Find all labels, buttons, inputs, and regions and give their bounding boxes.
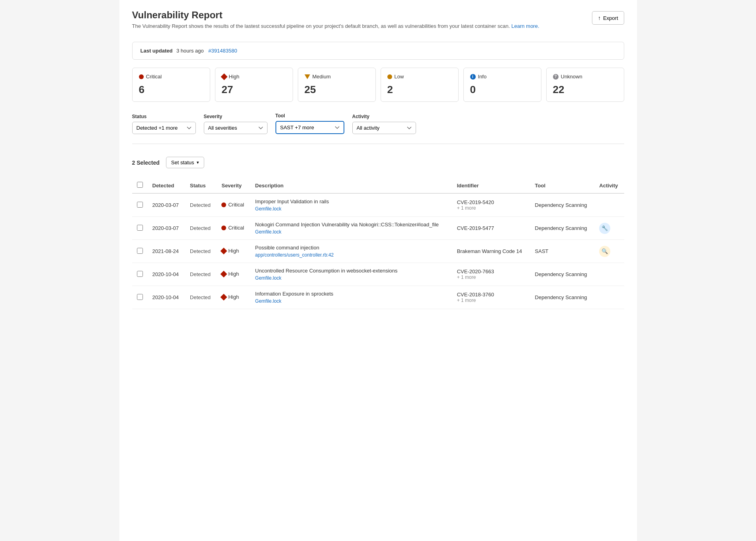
table-row: 2020-10-04DetectedHigh Information Expos…: [132, 286, 624, 309]
last-updated-time: 3 hours ago: [176, 48, 204, 54]
severity-card-count: 2: [387, 84, 452, 96]
cell-description: Information Exposure in sprockets Gemfil…: [250, 286, 452, 309]
cell-detected: 2020-10-04: [148, 286, 186, 309]
chevron-down-icon: ▾: [197, 160, 199, 165]
filter-tool-select[interactable]: All toolsSASTDASTDependency ScanningCont…: [275, 121, 344, 134]
cell-status: Detected: [185, 263, 217, 286]
filter-severity-label: Severity: [204, 114, 268, 119]
filter-severity: Severity All severitiesCriticalHighMediu…: [204, 114, 268, 134]
select-all-checkbox[interactable]: [137, 182, 143, 188]
page-title: Vulnerability Report: [132, 10, 539, 21]
severity-card-label: High: [229, 74, 240, 80]
cell-tool: Dependency Scanning: [530, 263, 595, 286]
row-checkbox-0[interactable]: [137, 202, 143, 208]
severity-icon: [221, 202, 226, 207]
severity-card-high[interactable]: High 27: [215, 68, 293, 102]
severity-icon: [221, 226, 226, 230]
row-checkbox-2[interactable]: [137, 248, 143, 254]
severity-card-low[interactable]: Low 2: [381, 68, 459, 102]
cell-status: Detected: [185, 217, 217, 240]
severity-icon: [221, 294, 227, 300]
severity-card-label: Unknown: [561, 74, 582, 80]
export-icon: ↑: [598, 15, 601, 21]
filters-section: Status All statusesDetectedDetected +1 m…: [132, 113, 624, 134]
cell-severity: Critical: [217, 193, 250, 217]
severity-card-unknown[interactable]: ? Unknown 22: [546, 68, 624, 102]
description-link[interactable]: Gemfile.lock: [255, 298, 281, 304]
page-description: The Vulnerability Report shows the resul…: [132, 23, 539, 29]
selected-bar: 2 Selected Set status ▾: [132, 152, 624, 173]
filter-tool-label: Tool: [275, 113, 344, 119]
last-updated-label: Last updated: [141, 48, 173, 54]
table-row: 2020-03-07DetectedCritical Nokogiri Comm…: [132, 217, 624, 240]
cell-activity: [594, 263, 624, 286]
description-link[interactable]: app/controllers/users_controller.rb:42: [255, 252, 334, 258]
description-link[interactable]: Gemfile.lock: [255, 229, 281, 235]
cell-severity: Critical: [217, 217, 250, 240]
severity-icon: [221, 247, 227, 254]
severity-card-count: 6: [139, 84, 203, 96]
cell-tool: Dependency Scanning: [530, 193, 595, 217]
severity-card-info[interactable]: i Info 0: [463, 68, 541, 102]
cell-detected: 2021-08-24: [148, 240, 186, 263]
description-link[interactable]: Gemfile.lock: [255, 275, 281, 281]
cell-detected: 2020-10-04: [148, 263, 186, 286]
search-icon: 🔍: [599, 246, 610, 257]
severity-card-label: Low: [395, 74, 404, 80]
severity-card-count: 27: [222, 84, 286, 96]
filter-status-label: Status: [132, 114, 196, 119]
learn-more-link[interactable]: Learn more.: [511, 23, 539, 29]
col-header-4: Description: [250, 178, 452, 193]
cell-description: Nokogiri Command Injection Vulnerability…: [250, 217, 452, 240]
table-row: 2021-08-24DetectedHigh Possible command …: [132, 240, 624, 263]
filter-status-select[interactable]: All statusesDetectedDetected +1 moreConf…: [132, 122, 196, 134]
col-header-1: Detected: [148, 178, 186, 193]
cell-detected: 2020-03-07: [148, 217, 186, 240]
col-header-0: [132, 178, 148, 193]
table-body: 2020-03-07DetectedCritical Improper Inpu…: [132, 193, 624, 309]
severity-card-label: Critical: [146, 74, 162, 80]
cell-status: Detected: [185, 193, 217, 217]
col-header-6: Tool: [530, 178, 595, 193]
filter-severity-select[interactable]: All severitiesCriticalHighMediumLowInfoU…: [204, 122, 268, 134]
cell-identifier: CVE-2018-3760 + 1 more: [452, 286, 530, 309]
cell-status: Detected: [185, 240, 217, 263]
low-icon: [387, 74, 392, 79]
divider: [132, 144, 624, 144]
severity-card-medium[interactable]: Medium 25: [298, 68, 376, 102]
cell-description: Improper Input Validation in rails Gemfi…: [250, 193, 452, 217]
severity-card-count: 25: [305, 84, 369, 96]
wrench-icon: 🔧: [599, 223, 610, 234]
vulnerability-table: DetectedStatusSeverityDescriptionIdentif…: [132, 178, 624, 309]
filter-activity-select[interactable]: All activityWith issuesNo longer detecte…: [352, 122, 416, 134]
unknown-icon: ?: [553, 74, 559, 80]
row-checkbox-3[interactable]: [137, 271, 143, 277]
cell-tool: Dependency Scanning: [530, 217, 595, 240]
cell-tool: Dependency Scanning: [530, 286, 595, 309]
severity-card-count: 22: [553, 84, 617, 96]
col-header-3: Severity: [217, 178, 250, 193]
description-link[interactable]: Gemfile.lock: [255, 206, 281, 212]
row-checkbox-1[interactable]: [137, 225, 143, 231]
row-checkbox-4[interactable]: [137, 294, 143, 300]
pipeline-link[interactable]: #391483580: [208, 48, 237, 54]
high-icon: [221, 73, 227, 80]
cell-identifier: CVE-2020-7663 + 1 more: [452, 263, 530, 286]
filter-status: Status All statusesDetectedDetected +1 m…: [132, 114, 196, 134]
table-row: 2020-03-07DetectedCritical Improper Inpu…: [132, 193, 624, 217]
selected-count: 2 Selected: [132, 160, 160, 166]
col-header-2: Status: [185, 178, 217, 193]
cell-identifier: Brakeman Warning Code 14: [452, 240, 530, 263]
severity-card-label: Info: [478, 74, 487, 80]
severity-cards: Critical 6 High 27 Medium 25 Low 2 i: [132, 68, 624, 102]
set-status-button[interactable]: Set status ▾: [166, 157, 204, 168]
severity-card-count: 0: [470, 84, 535, 96]
cell-activity: 🔧: [594, 217, 624, 240]
export-button[interactable]: ↑ Export: [592, 11, 624, 25]
table-header: DetectedStatusSeverityDescriptionIdentif…: [132, 178, 624, 193]
severity-icon: [221, 270, 227, 277]
filter-tool: Tool All toolsSASTDASTDependency Scannin…: [275, 113, 344, 134]
severity-card-critical[interactable]: Critical 6: [132, 68, 210, 102]
col-header-5: Identifier: [452, 178, 530, 193]
table-row: 2020-10-04DetectedHigh Uncontrolled Reso…: [132, 263, 624, 286]
